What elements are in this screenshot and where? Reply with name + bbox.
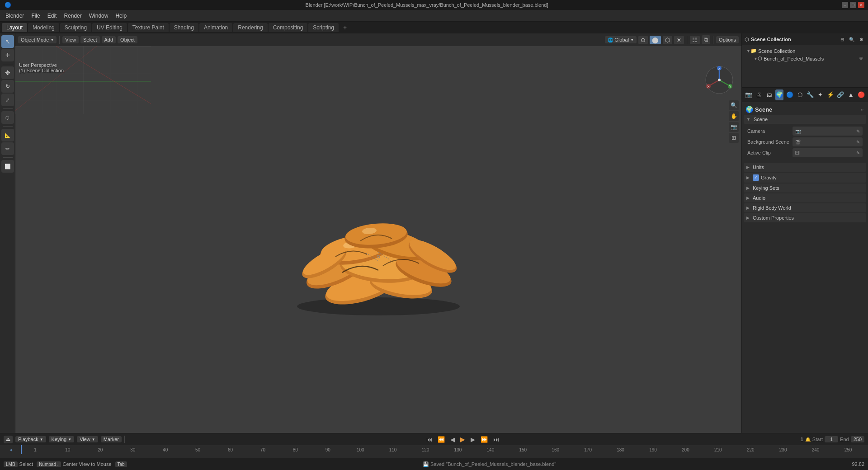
menu-render[interactable]: Render <box>60 12 85 20</box>
prop-icon-view-layer[interactable]: 🗂 <box>765 89 774 100</box>
add-menu[interactable]: Add <box>102 36 116 43</box>
prop-icon-material[interactable]: 🔴 <box>857 89 865 100</box>
outliner-item-mussels[interactable]: ▼ ⬡ Bunch_of_Peeled_Mussels 👁 <box>745 55 865 62</box>
viewport-shading-wire[interactable]: ⊙ <box>638 36 648 44</box>
active-clip-value[interactable]: 🎞 ✎ <box>793 148 863 157</box>
viewport-shading-solid[interactable]: ⬤ <box>650 36 661 44</box>
audio-section-header[interactable]: ▶ Audio <box>744 193 866 202</box>
prop-icon-object[interactable]: ⬡ <box>796 89 804 100</box>
prop-icon-output[interactable]: 🖨 <box>755 89 764 100</box>
outliner-search-button[interactable]: 🔍 <box>848 35 856 43</box>
add-workspace-button[interactable]: + <box>340 23 350 33</box>
properties-expand-all[interactable]: ↔ <box>860 107 864 112</box>
prop-icon-scene[interactable]: 🌍 <box>775 89 784 100</box>
jump-to-end-button[interactable]: ⏭ <box>491 436 501 443</box>
measure-tool-button[interactable]: 📐 <box>1 129 14 141</box>
menu-blender[interactable]: Blender <box>2 12 28 20</box>
prop-icon-modifier[interactable]: 🔧 <box>806 89 814 100</box>
prop-icon-world[interactable]: 🔵 <box>785 89 794 100</box>
tab-scripting[interactable]: Scripting <box>308 23 339 32</box>
bg-scene-value[interactable]: 🎬 ✎ <box>793 137 863 146</box>
jump-prev-keyframe-button[interactable]: ⏪ <box>436 436 447 443</box>
close-button[interactable]: ✕ <box>858 2 864 8</box>
prop-icon-constraints[interactable]: 🔗 <box>836 89 845 100</box>
active-clip-edit-icon[interactable]: ✎ <box>856 150 860 155</box>
menu-edit[interactable]: Edit <box>44 12 61 20</box>
keying-menu[interactable]: Keying ▼ <box>49 436 75 442</box>
custom-props-section-header[interactable]: ▶ Custom Properties <box>744 213 866 222</box>
scale-tool-button[interactable]: ⤢ <box>1 94 14 106</box>
viewport-shading-material[interactable]: ⬡ <box>663 36 672 44</box>
prop-icon-physics[interactable]: ⚡ <box>826 89 835 100</box>
marker-menu[interactable]: Marker <box>101 436 122 442</box>
jump-to-start-button[interactable]: ⏮ <box>425 436 434 443</box>
move-tool-button[interactable]: ✥ <box>1 66 14 79</box>
playback-menu[interactable]: Playback ▼ <box>15 436 46 442</box>
tab-rendering[interactable]: Rendering <box>233 23 267 32</box>
end-frame-value[interactable]: 250 <box>851 436 864 442</box>
menu-window[interactable]: Window <box>85 12 112 20</box>
units-section-header[interactable]: ▶ Units <box>744 163 866 172</box>
prop-icon-render[interactable]: 📷 <box>745 89 753 100</box>
tab-shading[interactable]: Shading <box>170 23 198 32</box>
visibility-icon[interactable]: 👁 <box>859 56 863 61</box>
keying-sets-section-header[interactable]: ▶ Keying Sets <box>744 183 866 193</box>
menu-help[interactable]: Help <box>112 12 130 20</box>
gravity-section-header[interactable]: ▶ ✓ Gravity <box>744 173 866 183</box>
timeline-collapse-btn[interactable]: ⏏ <box>4 436 13 443</box>
menu-file[interactable]: File <box>28 12 43 20</box>
view-menu[interactable]: View <box>62 36 79 43</box>
ortho-view-button[interactable]: ⊞ <box>729 133 739 143</box>
jump-next-keyframe-button[interactable]: ⏩ <box>479 436 490 443</box>
outliner-options-button[interactable]: ⚙ <box>857 35 865 43</box>
options-menu[interactable]: Options <box>716 36 739 43</box>
overlay-toggle[interactable]: ☷ <box>690 36 700 44</box>
tab-modeling[interactable]: Modeling <box>28 23 59 32</box>
maximize-button[interactable]: □ <box>850 2 856 8</box>
add-tool-button[interactable]: ⬜ <box>1 160 14 173</box>
outliner-filter-button[interactable]: ⊟ <box>838 35 846 43</box>
tab-layout[interactable]: Layout <box>2 23 27 32</box>
viewport-background: User Perspective (1) Scene Collection Z … <box>15 46 741 433</box>
viewport-shading-rendered[interactable]: ☀ <box>674 36 684 44</box>
current-frame-indicator[interactable]: 1 <box>801 437 803 442</box>
step-forward-button[interactable]: ▶ <box>469 436 477 443</box>
select-menu[interactable]: Select <box>80 36 100 43</box>
minimize-button[interactable]: – <box>842 2 848 8</box>
viewport-3d[interactable]: Object Mode ▼ View Select Add Object 🌐 G… <box>15 33 741 433</box>
object-mode-selector[interactable]: Object Mode ▼ <box>18 36 57 43</box>
svg-text:Y: Y <box>729 85 731 88</box>
play-button[interactable]: ▶ <box>458 435 467 443</box>
tab-uv-editing[interactable]: UV Editing <box>92 23 127 32</box>
outliner-scene-collection[interactable]: ▼ 📁 Scene Collection <box>745 47 865 55</box>
tab-animation[interactable]: Animation <box>199 23 232 32</box>
transform-tool-button[interactable]: ⬡ <box>1 111 14 124</box>
rotate-tool-button[interactable]: ↻ <box>1 80 14 93</box>
object-menu[interactable]: Object <box>118 36 137 43</box>
camera-value[interactable]: 📷 ✎ <box>793 127 863 136</box>
prop-icon-particles[interactable]: ✦ <box>816 89 825 100</box>
view-search-button[interactable]: 🔍 <box>729 100 739 110</box>
frame-num-90: 90 <box>311 447 344 452</box>
tab-texture-paint[interactable]: Texture Paint <box>128 23 169 32</box>
tab-sculpting[interactable]: Sculpting <box>60 23 91 32</box>
camera-edit-icon[interactable]: ✎ <box>856 129 860 134</box>
cursor-tool-button[interactable]: ✛ <box>1 49 14 61</box>
xray-toggle[interactable]: ⧉ <box>702 35 710 44</box>
start-frame-value[interactable]: 1 <box>825 436 838 442</box>
scene-section-header[interactable]: ▼ Scene <box>744 115 866 124</box>
rigid-body-section-header[interactable]: ▶ Rigid Body World <box>744 203 866 212</box>
bg-scene-edit-icon[interactable]: ✎ <box>856 140 860 145</box>
camera-view-button[interactable]: 📷 <box>729 122 739 132</box>
hand-pan-button[interactable]: ✋ <box>729 111 739 121</box>
prop-icon-data[interactable]: ▲ <box>847 89 855 100</box>
global-local-selector[interactable]: 🌐 Global ▼ <box>605 36 637 43</box>
navigation-gizmo[interactable]: Z Y X <box>703 64 735 96</box>
timeline-ruler[interactable]: ● 1 10 20 30 40 50 60 70 80 90 100 110 1… <box>0 445 868 454</box>
view-menu-timeline[interactable]: View ▼ <box>77 436 98 442</box>
select-tool-button[interactable]: ↖ <box>1 35 14 48</box>
gravity-checkbox[interactable]: ✓ <box>753 174 759 181</box>
annotate-tool-button[interactable]: ✏ <box>1 142 14 155</box>
tab-compositing[interactable]: Compositing <box>269 23 308 32</box>
step-back-button[interactable]: ◀ <box>448 436 457 443</box>
